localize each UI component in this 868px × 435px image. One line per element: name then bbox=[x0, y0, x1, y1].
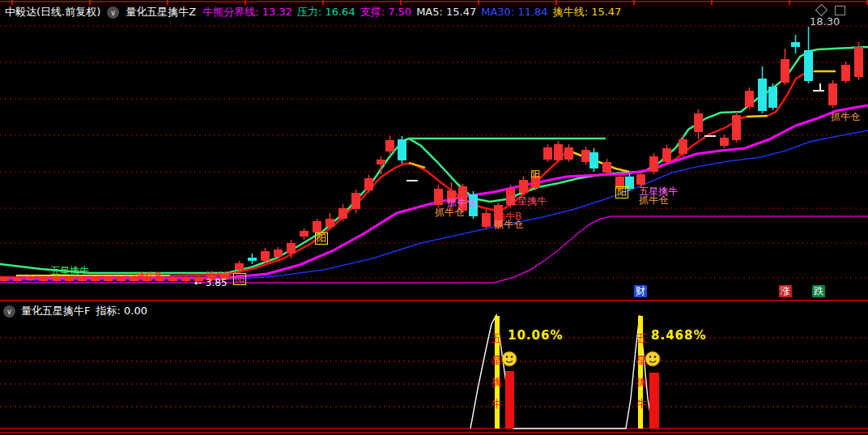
candle-body bbox=[434, 189, 443, 205]
candle-body bbox=[385, 140, 394, 151]
chevron-circle-icon[interactable]: ∨ bbox=[3, 305, 15, 318]
candle-body bbox=[625, 177, 634, 189]
candle-body bbox=[117, 277, 126, 281]
diamond-icon[interactable] bbox=[815, 4, 828, 17]
candle-body bbox=[194, 277, 203, 281]
candle-body bbox=[758, 79, 767, 111]
candle-body bbox=[39, 277, 48, 281]
smiley-eye bbox=[654, 356, 657, 358]
candle-body bbox=[181, 277, 190, 281]
candle-body bbox=[828, 83, 837, 105]
candle-body bbox=[130, 276, 138, 281]
candle-body bbox=[662, 148, 671, 162]
smiley-icon bbox=[645, 352, 660, 366]
price-chart-canvas[interactable] bbox=[0, 0, 868, 435]
smiley-eye bbox=[511, 356, 513, 358]
candle-body bbox=[91, 277, 100, 281]
candle-body bbox=[732, 115, 741, 140]
candle-body bbox=[26, 276, 35, 280]
candle-body bbox=[781, 59, 789, 83]
candle-body bbox=[274, 249, 283, 257]
candle-body bbox=[447, 190, 456, 203]
candle-body bbox=[745, 91, 754, 107]
window-icon[interactable] bbox=[835, 6, 845, 15]
candle-body bbox=[248, 258, 257, 261]
candle-body bbox=[155, 277, 164, 281]
candle-body bbox=[531, 176, 540, 188]
qinniu-yellow-4-line bbox=[747, 116, 768, 117]
candle-body bbox=[207, 275, 216, 280]
candle-body bbox=[300, 231, 308, 237]
candle-body bbox=[589, 152, 598, 168]
candle-body bbox=[220, 274, 229, 279]
candle-body bbox=[65, 277, 74, 281]
candle-body bbox=[313, 221, 321, 232]
signal-red-bar bbox=[505, 371, 514, 429]
candle-body bbox=[554, 144, 563, 160]
candle-body bbox=[351, 193, 360, 209]
candle-body bbox=[168, 277, 177, 281]
candle-body bbox=[768, 87, 777, 108]
candle-body bbox=[364, 178, 373, 190]
candle-body bbox=[13, 277, 22, 281]
candle-body bbox=[482, 213, 491, 227]
candle-body bbox=[679, 139, 687, 154]
candle-body bbox=[52, 276, 61, 281]
price-dash-marker bbox=[819, 83, 821, 92]
candle-body bbox=[694, 113, 703, 132]
marker-button-跌[interactable]: 跌 bbox=[812, 285, 825, 297]
candle-body bbox=[326, 219, 334, 227]
candle-body bbox=[398, 139, 406, 160]
marker-button-涨[interactable]: 涨 bbox=[779, 285, 792, 297]
candle-body bbox=[791, 42, 800, 47]
signal-yellow-bar bbox=[638, 316, 643, 429]
price-dash-marker bbox=[704, 135, 716, 137]
candle-body bbox=[804, 50, 813, 81]
candle-body bbox=[854, 47, 863, 77]
candle-body bbox=[78, 277, 87, 281]
candle-body bbox=[261, 251, 270, 261]
signal-yellow-bar bbox=[495, 316, 500, 429]
candle-body bbox=[287, 243, 296, 254]
chevron-circle-icon[interactable]: ∨ bbox=[107, 6, 119, 19]
candle-body bbox=[720, 138, 729, 146]
candle-body bbox=[649, 156, 658, 172]
candle-body bbox=[377, 160, 385, 164]
candle-body bbox=[636, 174, 645, 185]
ma-blue-line bbox=[0, 130, 868, 280]
corner-icons bbox=[817, 6, 845, 15]
candle-body bbox=[602, 162, 611, 173]
candle-body bbox=[506, 189, 515, 205]
trading-app-window: 中毅达(日线.前复权) ∨ 量化五星擒牛Z 牛熊分界线: 13.32压力: 16… bbox=[0, 0, 868, 435]
smiley-eye bbox=[649, 356, 652, 358]
candle-body bbox=[0, 277, 9, 281]
candle-body bbox=[841, 65, 850, 81]
candle-body bbox=[615, 177, 624, 189]
candle-body bbox=[581, 150, 590, 162]
candle-body bbox=[543, 147, 552, 160]
candle-body bbox=[458, 186, 467, 211]
candle-body bbox=[564, 147, 573, 160]
candle-body bbox=[104, 277, 113, 281]
candle-body bbox=[519, 180, 528, 193]
candle-body bbox=[143, 276, 151, 281]
smiley-icon bbox=[502, 352, 517, 366]
candle-body bbox=[338, 208, 347, 219]
price-dash-marker bbox=[813, 90, 824, 92]
candle-body bbox=[494, 205, 503, 227]
marker-button-财[interactable]: 财 bbox=[634, 285, 647, 297]
candle-body bbox=[235, 263, 244, 270]
signal-red-bar bbox=[649, 373, 659, 429]
candle-body bbox=[469, 194, 478, 216]
price-dash-marker bbox=[406, 180, 418, 181]
smiley-eye bbox=[506, 356, 508, 358]
